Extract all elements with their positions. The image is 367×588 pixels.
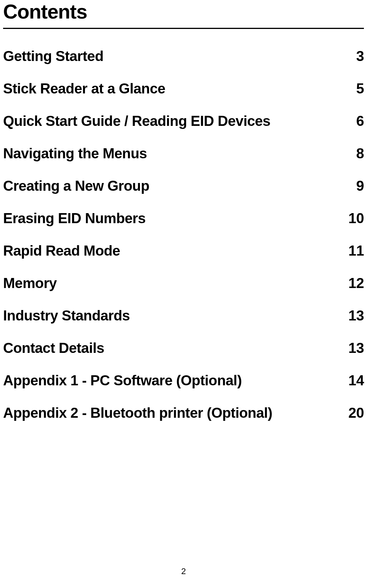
toc-entry-page: 10: [341, 210, 364, 227]
toc-entry-page: 8: [341, 146, 364, 162]
toc-list: Getting Started 3 Stick Reader at a Glan…: [0, 48, 367, 421]
title-divider: [3, 28, 364, 29]
page-title: Contents: [0, 0, 367, 28]
toc-entry: Industry Standards 13: [3, 308, 364, 324]
toc-entry-title: Navigating the Menus: [3, 146, 341, 162]
toc-entry-title: Appendix 1 - PC Software (Optional): [3, 373, 341, 389]
toc-entry-page: 9: [341, 178, 364, 194]
toc-entry-page: 3: [341, 48, 364, 64]
toc-entry: Quick Start Guide / Reading EID Devices …: [3, 113, 364, 129]
toc-entry-page: 5: [341, 81, 364, 97]
toc-entry-page: 14: [341, 373, 364, 389]
toc-entry: Memory 12: [3, 275, 364, 291]
toc-entry: Getting Started 3: [3, 48, 364, 64]
toc-entry: Stick Reader at a Glance 5: [3, 81, 364, 97]
toc-entry-page: 11: [341, 243, 364, 259]
toc-entry: Appendix 1 - PC Software (Optional) 14: [3, 373, 364, 389]
toc-entry-page: 13: [341, 340, 364, 356]
toc-entry-page: 20: [341, 405, 364, 421]
toc-entry-title: Industry Standards: [3, 308, 341, 324]
toc-entry-page: 6: [341, 113, 364, 129]
toc-entry-title: Quick Start Guide / Reading EID Devices: [3, 113, 341, 129]
toc-entry: Erasing EID Numbers 10: [3, 210, 364, 227]
toc-entry: Navigating the Menus 8: [3, 146, 364, 162]
toc-entry: Rapid Read Mode 11: [3, 243, 364, 259]
toc-entry-page: 13: [341, 308, 364, 324]
toc-entry-title: Appendix 2 - Bluetooth printer (Optional…: [3, 405, 341, 421]
toc-entry-title: Getting Started: [3, 48, 341, 64]
toc-entry: Contact Details 13: [3, 340, 364, 356]
toc-entry-page: 12: [341, 275, 364, 291]
toc-entry: Creating a New Group 9: [3, 178, 364, 194]
toc-entry: Appendix 2 - Bluetooth printer (Optional…: [3, 405, 364, 421]
toc-entry-title: Erasing EID Numbers: [3, 210, 341, 227]
page-number: 2: [0, 566, 367, 576]
toc-entry-title: Creating a New Group: [3, 178, 341, 194]
toc-entry-title: Rapid Read Mode: [3, 243, 341, 259]
toc-entry-title: Contact Details: [3, 340, 341, 356]
toc-entry-title: Stick Reader at a Glance: [3, 81, 341, 97]
toc-entry-title: Memory: [3, 275, 341, 291]
